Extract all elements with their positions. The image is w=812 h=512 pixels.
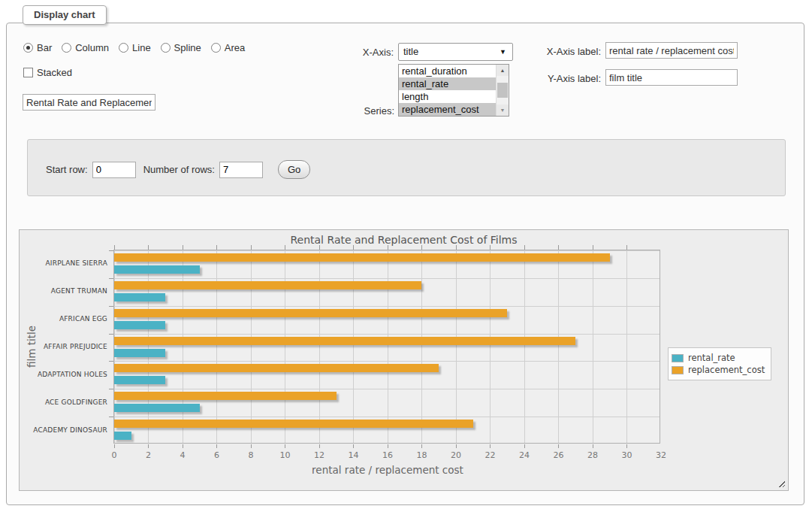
series-scrollbar[interactable]: ▲ ▼ [496, 65, 509, 116]
chart-type-label: Bar [37, 42, 52, 53]
series-listbox[interactable]: rental_durationrental_ratelengthreplacem… [398, 64, 509, 117]
x-tick-label: 14 [343, 450, 365, 460]
x-tick-label: 8 [240, 450, 262, 460]
go-button[interactable]: Go [278, 160, 310, 179]
radio-icon[interactable] [161, 43, 171, 53]
bar-replacement_cost [114, 392, 337, 400]
x-axis-select[interactable]: title ▼ [398, 43, 513, 61]
chart-type-option-area[interactable]: Area [211, 42, 245, 53]
bar-replacement_cost [114, 281, 421, 289]
radio-icon[interactable] [211, 43, 221, 53]
legend-item-replacement_cost: replacement_cost [672, 365, 765, 375]
y-axis-label-input[interactable] [605, 69, 738, 86]
chart-type-radios: BarColumnLineSplineArea [23, 42, 255, 53]
radio-icon[interactable] [62, 43, 71, 53]
bar-rental_rate [114, 404, 200, 412]
x-axis-label-caption: X-Axis label: [524, 46, 601, 57]
x-axis-tick-labels: 02468101214161820222426283032 [114, 450, 661, 461]
legend-item-rental_rate: rental_rate [672, 353, 765, 363]
x-tick-label: 28 [581, 450, 604, 460]
legend-label: replacement_cost [688, 365, 765, 375]
stacked-label: Stacked [37, 67, 72, 78]
y-tick-label: AFRICAN EGG [20, 315, 107, 323]
stacked-checkbox[interactable] [23, 68, 33, 77]
bar-replacement_cost [114, 420, 473, 428]
radio-icon[interactable] [119, 43, 128, 53]
chart-type-label: Line [132, 42, 151, 53]
chart-type-label: Spline [174, 42, 201, 53]
chart-type-option-column[interactable]: Column [62, 42, 109, 53]
chart-container: Rental Rate and Replacement Cost of Film… [19, 229, 789, 491]
x-axis-selected-value: title [403, 46, 418, 57]
bar-rental_rate [114, 349, 165, 357]
scroll-up-icon[interactable]: ▲ [497, 65, 509, 76]
bar-replacement_cost [114, 253, 610, 262]
y-axis-ticks [109, 250, 113, 444]
x-tick-label: 24 [513, 450, 536, 460]
chart-type-label: Area [225, 42, 245, 53]
chart-type-option-bar[interactable]: Bar [23, 42, 52, 53]
series-option-length[interactable]: length [399, 90, 496, 103]
x-tick-label: 4 [171, 450, 194, 460]
legend-swatch-icon [672, 354, 684, 362]
x-tick-label: 0 [103, 450, 125, 460]
chart-title: Rental Rate and Replacement Cost of Film… [20, 234, 788, 246]
scrollbar-thumb[interactable] [497, 83, 508, 98]
y-tick-label: ADAPTATION HOLES [20, 371, 107, 378]
bar-rental_rate [114, 293, 165, 301]
legend-swatch-icon [672, 366, 684, 374]
chart-title-input[interactable] [23, 94, 155, 111]
x-tick-label: 2 [137, 450, 160, 460]
radio-icon[interactable] [23, 43, 33, 53]
rows-form: Start row: Number of rows: Go [27, 139, 786, 196]
series-option-rental_duration[interactable]: rental_duration [399, 65, 496, 77]
y-axis-label-caption: Y-Axis label: [524, 73, 601, 84]
y-axis-title: film title [26, 326, 38, 368]
chart-type-label: Column [75, 42, 109, 53]
y-tick-label: AGENT TRUMAN [20, 287, 107, 295]
panel-title: Display chart [23, 5, 107, 25]
x-tick-label: 26 [548, 450, 570, 460]
x-tick-label: 16 [376, 450, 399, 460]
series-option-rental_rate[interactable]: rental_rate [399, 77, 496, 90]
series-caption: Series: [342, 105, 394, 117]
bar-replacement_cost [114, 337, 575, 345]
y-tick-label: ACADEMY DINOSAUR [20, 426, 107, 434]
bar-rental_rate [114, 376, 165, 384]
x-axis-title: rental rate / replacement cost [114, 464, 661, 476]
x-axis-label-input[interactable] [605, 42, 738, 59]
x-tick-label: 22 [479, 450, 502, 460]
legend-label: rental_rate [688, 353, 735, 363]
x-tick-label: 12 [308, 450, 331, 460]
x-tick-label: 20 [445, 450, 467, 460]
x2-axis-ticks [114, 245, 661, 250]
start-row-input[interactable] [92, 162, 136, 178]
y-tick-label: ACE GOLDFINGER [20, 398, 107, 406]
x-tick-label: 32 [650, 450, 672, 460]
chevron-down-icon[interactable]: ▼ [500, 44, 506, 60]
x-tick-label: 30 [616, 450, 638, 460]
y-tick-label: AIRPLANE SIERRA [20, 259, 107, 267]
resize-handle-icon[interactable] [777, 479, 785, 487]
bar-rental_rate [114, 321, 165, 329]
plot-area [113, 250, 660, 444]
scroll-down-icon[interactable]: ▼ [497, 105, 509, 116]
bar-replacement_cost [114, 309, 507, 317]
num-rows-input[interactable] [219, 162, 263, 178]
chart-legend: rental_ratereplacement_cost [668, 347, 771, 380]
bar-rental_rate [114, 432, 131, 440]
start-row-label: Start row: [46, 164, 88, 175]
x-tick-label: 6 [206, 450, 228, 460]
bar-rental_rate [114, 265, 200, 274]
chart-type-option-spline[interactable]: Spline [161, 42, 201, 53]
num-rows-label: Number of rows: [143, 164, 215, 175]
bar-replacement_cost [114, 364, 439, 372]
x-axis-ticks [114, 444, 661, 448]
chart-type-option-line[interactable]: Line [119, 42, 151, 53]
x-axis-caption: X-Axis: [344, 47, 394, 58]
stacked-option[interactable]: Stacked [23, 67, 72, 78]
series-option-replacement_cost[interactable]: replacement_cost [399, 103, 496, 116]
x-tick-label: 10 [274, 450, 297, 460]
series-options[interactable]: rental_durationrental_ratelengthreplacem… [399, 65, 496, 116]
x-tick-label: 18 [411, 450, 433, 460]
